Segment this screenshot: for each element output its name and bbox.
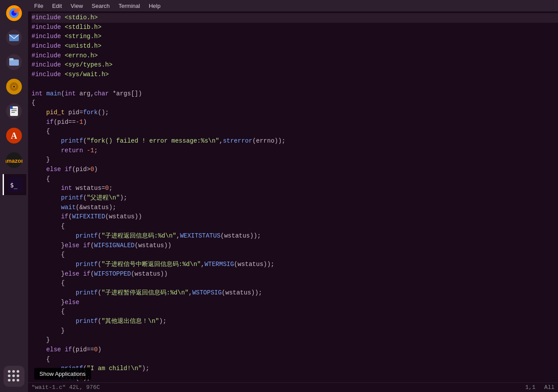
svg-point-12 <box>13 86 15 88</box>
code-line-3: #include <string.h> <box>32 32 558 42</box>
sidebar-item-terminal[interactable]: $_ <box>3 174 26 195</box>
statusbar-position: 1,1 <box>525 384 535 391</box>
sidebar: A amazon $_ Show Applications <box>0 0 28 392</box>
code-line-27: printf("子进程信号中断返回信息码:%d\n",WTERMSIG(wsta… <box>32 260 558 270</box>
code-line-13: { <box>32 127 558 136</box>
svg-text:amazon: amazon <box>6 158 22 164</box>
svg-rect-8 <box>9 58 14 60</box>
code-line-37: { <box>32 355 558 364</box>
menu-file[interactable]: File <box>30 2 48 10</box>
code-line-14: printf("fork() failed ! error message:%s… <box>32 136 558 146</box>
menu-terminal[interactable]: Terminal <box>114 2 145 10</box>
code-line-16: } <box>32 155 558 165</box>
sidebar-item-amazon[interactable]: amazon <box>4 150 25 171</box>
code-line-15: return -1; <box>32 146 558 156</box>
code-line-19: int wstatus=0; <box>32 184 558 193</box>
code-line-26: { <box>32 250 558 260</box>
code-line-22: if(WIFEXITED(wstatus)) <box>32 212 558 222</box>
statusbar: "wait-1.c" 42L, 976C 1,1 All <box>28 382 558 392</box>
code-editor[interactable]: #include <stdio.h> #include <stdlib.h> #… <box>28 11 558 382</box>
code-line-30: printf("子进程暂停返回信息码:%d\n",WSTOPSIG(wstatu… <box>32 288 558 298</box>
statusbar-file-info: "wait-1.c" 42L, 976C <box>32 384 525 391</box>
sidebar-item-writer[interactable] <box>4 101 25 122</box>
svg-rect-7 <box>9 60 19 66</box>
code-line-10: { <box>32 98 558 108</box>
code-line-1: #include <stdio.h> <box>32 13 558 23</box>
code-line-38: printf("I am child!\n"); <box>32 364 558 374</box>
code-line-8 <box>32 80 558 89</box>
code-line-33: printf("其他退出信息！\n"); <box>32 317 558 326</box>
menu-view[interactable]: View <box>66 2 87 10</box>
sidebar-item-email[interactable] <box>4 27 25 48</box>
code-line-4: #include <unistd.h> <box>32 42 558 51</box>
sidebar-item-texteditor[interactable]: A <box>4 125 25 146</box>
code-line-29: { <box>32 279 558 288</box>
sidebar-item-music[interactable] <box>4 76 25 97</box>
code-line-5: #include <errno.h> <box>32 51 558 61</box>
svg-text:$_: $_ <box>10 182 18 189</box>
main-area: File Edit View Search Terminal Help #inc… <box>28 0 558 392</box>
code-line-36: else if(pid==0) <box>32 345 558 355</box>
code-line-20: printf("父进程\n"); <box>32 193 558 203</box>
code-line-31: }else <box>32 298 558 308</box>
dots-grid-icon <box>8 370 20 382</box>
statusbar-scroll: All <box>544 384 554 391</box>
code-line-9: int main(int arg,char *args[]) <box>32 89 558 99</box>
menu-search[interactable]: Search <box>87 2 114 10</box>
code-line-34: } <box>32 326 558 336</box>
code-line-17: else if(pid>0) <box>32 165 558 175</box>
code-line-24: printf("子进程返回信息码:%d\n",WEXITSTATUS(wstat… <box>32 231 558 241</box>
code-line-2: #include <stdlib.h> <box>32 23 558 32</box>
code-line-12: if(pid==-1) <box>32 118 558 127</box>
code-line-39: exit(0); <box>32 374 558 382</box>
svg-rect-16 <box>11 110 17 111</box>
code-line-35: } <box>32 336 558 345</box>
code-line-28: }else if(WIFSTOPPED(wstatus)) <box>32 270 558 279</box>
code-line-23: { <box>32 222 558 231</box>
sidebar-item-firefox[interactable] <box>4 3 25 24</box>
svg-rect-17 <box>11 112 15 113</box>
menu-help[interactable]: Help <box>145 2 165 10</box>
svg-text:A: A <box>11 131 18 140</box>
show-applications-button[interactable] <box>4 366 25 387</box>
code-line-32: { <box>32 307 558 317</box>
sidebar-item-files[interactable] <box>4 52 25 73</box>
code-line-18: { <box>32 175 558 184</box>
svg-rect-18 <box>10 106 13 109</box>
menubar: File Edit View Search Terminal Help <box>28 0 558 11</box>
code-line-6: #include <sys/types.h> <box>32 60 558 70</box>
menu-edit[interactable]: Edit <box>48 2 66 10</box>
code-line-25: }else if(WIFSIGNALED(wstatus)) <box>32 241 558 251</box>
code-line-21: wait(&wstatus); <box>32 203 558 213</box>
code-line-11: pid_t pid=fork(); <box>32 108 558 118</box>
code-line-7: #include <sys/wait.h> <box>32 70 558 80</box>
